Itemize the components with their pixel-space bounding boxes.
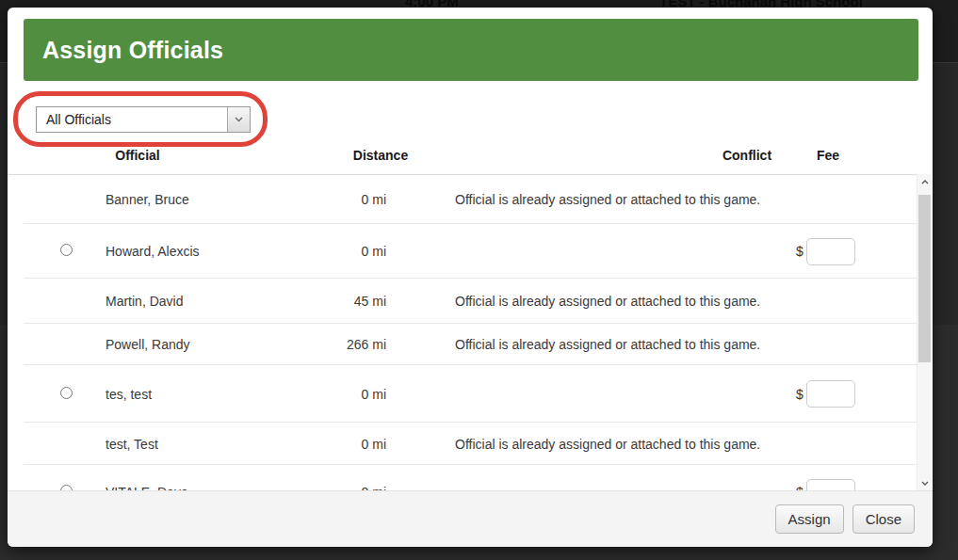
official-distance: 0 mi [275, 244, 386, 259]
column-header-conflict: Conflict [723, 148, 771, 163]
column-header-official: Official [115, 148, 159, 163]
column-header-fee: Fee [817, 148, 839, 163]
official-distance: 266 mi [275, 337, 386, 352]
table-row-tes-test: tes, test 0 mi $ [8, 365, 917, 423]
radio-cell [8, 243, 106, 260]
scroll-down-icon[interactable] [917, 475, 932, 490]
official-name: Martin, David [106, 294, 275, 309]
official-distance: 0 mi [275, 192, 386, 207]
currency-symbol: $ [796, 387, 804, 402]
close-button[interactable]: Close [852, 504, 915, 534]
official-name: Powell, Randy [106, 337, 275, 352]
fee-cell: $ [780, 238, 917, 265]
official-distance: 0 mi [275, 437, 386, 452]
official-distance: 0 mi [275, 387, 386, 402]
select-official-radio[interactable] [60, 244, 73, 256]
table-row-banner-bruce: Banner, Bruce 0 mi Official is already a… [8, 175, 917, 224]
fee-cell: $ [780, 479, 917, 491]
table-row-martin-david: Martin, David 45 mi Official is already … [8, 279, 917, 324]
official-name: tes, test [106, 387, 275, 402]
official-name: test, Test [106, 437, 275, 452]
scrollbar-thumb[interactable] [918, 195, 931, 362]
column-header-distance: Distance [353, 148, 408, 163]
vertical-scrollbar[interactable] [917, 174, 931, 490]
conflict-message: Official is already assigned or attached… [386, 337, 780, 352]
select-official-radio[interactable] [60, 387, 73, 399]
officials-table: Banner, Bruce 0 mi Official is already a… [8, 175, 917, 490]
official-name: Howard, Alexcis [106, 244, 275, 259]
table-row-powell-randy: Powell, Randy 266 mi Official is already… [8, 324, 917, 365]
fee-cell: $ [780, 380, 917, 408]
modal-footer: Assign Close [8, 490, 933, 547]
conflict-message: Official is already assigned or attached… [386, 294, 780, 309]
conflict-message: Official is already assigned or attached… [386, 192, 780, 207]
currency-symbol: $ [796, 244, 804, 259]
modal-header: Assign Officials [24, 19, 918, 81]
official-distance: 45 mi [275, 294, 386, 309]
table-row-vitale-dave: VITALE, Dave 0 mi $ [8, 465, 917, 490]
radio-cell [8, 484, 106, 490]
select-chevron-down-icon[interactable] [227, 107, 250, 132]
assign-button[interactable]: Assign [775, 504, 844, 534]
conflict-message: Official is already assigned or attached… [386, 437, 780, 452]
table-row-test-test: test, Test 0 mi Official is already assi… [8, 423, 917, 465]
fee-input[interactable] [806, 479, 855, 491]
fee-input[interactable] [806, 380, 855, 408]
radio-cell [8, 386, 106, 403]
modal-title: Assign Officials [24, 37, 223, 64]
officials-table-scroll-area: Banner, Bruce 0 mi Official is already a… [8, 174, 932, 490]
fee-input[interactable] [806, 238, 855, 265]
officials-filter-select[interactable]: All Officials [36, 106, 251, 133]
assign-officials-modal: Assign Officials All Officials Official … [8, 8, 933, 547]
officials-filter-value: All Officials [37, 112, 227, 127]
official-name: Banner, Bruce [106, 192, 275, 207]
table-row-howard-alexcis: Howard, Alexcis 0 mi $ [8, 224, 917, 279]
scroll-up-icon[interactable] [917, 174, 932, 189]
